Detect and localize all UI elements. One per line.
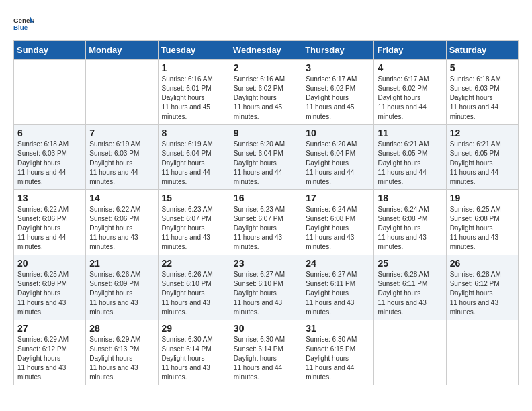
- day-info: Sunrise: 6:17 AMSunset: 6:02 PMDaylight …: [378, 75, 429, 120]
- day-number: 2: [234, 62, 298, 73]
- day-number: 14: [89, 193, 154, 203]
- calendar-cell: 19Sunrise: 6:25 AMSunset: 6:08 PMDayligh…: [446, 190, 518, 255]
- calendar-cell: 31Sunrise: 6:30 AMSunset: 6:15 PMDayligh…: [302, 320, 374, 385]
- calendar-cell: 17Sunrise: 6:24 AMSunset: 6:08 PMDayligh…: [302, 190, 374, 255]
- calendar-header-row: SundayMondayTuesdayWednesdayThursdayFrid…: [14, 41, 519, 60]
- day-info: Sunrise: 6:19 AMSunset: 6:04 PMDaylight …: [162, 140, 213, 185]
- weekday-header-wednesday: Wednesday: [230, 41, 302, 60]
- day-info: Sunrise: 6:30 AMSunset: 6:14 PMDaylight …: [234, 336, 285, 381]
- day-number: 7: [89, 128, 154, 138]
- calendar-week-row: 27Sunrise: 6:29 AMSunset: 6:12 PMDayligh…: [14, 320, 519, 385]
- day-info: Sunrise: 6:21 AMSunset: 6:05 PMDaylight …: [450, 140, 501, 185]
- calendar-cell: 25Sunrise: 6:28 AMSunset: 6:11 PMDayligh…: [374, 255, 446, 320]
- day-info: Sunrise: 6:18 AMSunset: 6:03 PMDaylight …: [17, 140, 69, 185]
- calendar-cell: 5Sunrise: 6:18 AMSunset: 6:03 PMDaylight…: [446, 60, 518, 125]
- weekday-header-thursday: Thursday: [302, 41, 374, 60]
- day-info: Sunrise: 6:26 AMSunset: 6:09 PMDaylight …: [89, 271, 140, 316]
- day-info: Sunrise: 6:24 AMSunset: 6:08 PMDaylight …: [378, 205, 429, 250]
- day-info: Sunrise: 6:29 AMSunset: 6:13 PMDaylight …: [89, 336, 140, 381]
- weekday-header-sunday: Sunday: [14, 41, 86, 60]
- weekday-header-monday: Monday: [86, 41, 158, 60]
- day-info: Sunrise: 6:30 AMSunset: 6:15 PMDaylight …: [306, 336, 357, 381]
- svg-text:Blue: Blue: [13, 24, 28, 31]
- day-info: Sunrise: 6:17 AMSunset: 6:02 PMDaylight …: [306, 75, 357, 120]
- day-number: 29: [162, 323, 226, 334]
- calendar-cell: [86, 60, 158, 125]
- day-number: 8: [162, 128, 226, 138]
- calendar-cell: 9Sunrise: 6:20 AMSunset: 6:04 PMDaylight…: [230, 125, 302, 190]
- weekday-header-saturday: Saturday: [446, 41, 518, 60]
- day-info: Sunrise: 6:25 AMSunset: 6:09 PMDaylight …: [17, 271, 69, 316]
- calendar-cell: 22Sunrise: 6:26 AMSunset: 6:10 PMDayligh…: [158, 255, 230, 320]
- day-number: 13: [17, 193, 82, 203]
- weekday-header-tuesday: Tuesday: [158, 41, 230, 60]
- calendar-week-row: 6Sunrise: 6:18 AMSunset: 6:03 PMDaylight…: [14, 125, 519, 190]
- day-info: Sunrise: 6:26 AMSunset: 6:10 PMDaylight …: [162, 271, 213, 316]
- calendar-cell: 1Sunrise: 6:16 AMSunset: 6:01 PMDaylight…: [158, 60, 230, 125]
- page-header: General Blue: [13, 13, 519, 34]
- day-number: 16: [234, 193, 298, 203]
- day-info: Sunrise: 6:24 AMSunset: 6:08 PMDaylight …: [306, 205, 357, 250]
- day-info: Sunrise: 6:16 AMSunset: 6:02 PMDaylight …: [234, 75, 285, 120]
- calendar-cell: 28Sunrise: 6:29 AMSunset: 6:13 PMDayligh…: [86, 320, 158, 385]
- day-info: Sunrise: 6:20 AMSunset: 6:04 PMDaylight …: [306, 140, 357, 185]
- day-info: Sunrise: 6:22 AMSunset: 6:06 PMDaylight …: [17, 205, 69, 250]
- day-number: 24: [306, 258, 370, 269]
- day-info: Sunrise: 6:19 AMSunset: 6:03 PMDaylight …: [89, 140, 140, 185]
- day-number: 26: [450, 258, 515, 269]
- calendar-cell: 2Sunrise: 6:16 AMSunset: 6:02 PMDaylight…: [230, 60, 302, 125]
- day-info: Sunrise: 6:23 AMSunset: 6:07 PMDaylight …: [234, 205, 285, 250]
- day-number: 19: [450, 193, 515, 203]
- day-number: 4: [378, 62, 442, 73]
- calendar-cell: 10Sunrise: 6:20 AMSunset: 6:04 PMDayligh…: [302, 125, 374, 190]
- calendar-cell: 12Sunrise: 6:21 AMSunset: 6:05 PMDayligh…: [446, 125, 518, 190]
- day-info: Sunrise: 6:22 AMSunset: 6:06 PMDaylight …: [89, 205, 140, 250]
- day-number: 21: [89, 258, 154, 269]
- calendar-cell: 16Sunrise: 6:23 AMSunset: 6:07 PMDayligh…: [230, 190, 302, 255]
- day-number: 1: [162, 62, 226, 73]
- calendar-cell: 18Sunrise: 6:24 AMSunset: 6:08 PMDayligh…: [374, 190, 446, 255]
- calendar-cell: 21Sunrise: 6:26 AMSunset: 6:09 PMDayligh…: [86, 255, 158, 320]
- day-info: Sunrise: 6:29 AMSunset: 6:12 PMDaylight …: [17, 336, 69, 381]
- calendar-cell: [14, 60, 86, 125]
- calendar-week-row: 1Sunrise: 6:16 AMSunset: 6:01 PMDaylight…: [14, 60, 519, 125]
- calendar-cell: 20Sunrise: 6:25 AMSunset: 6:09 PMDayligh…: [14, 255, 86, 320]
- day-number: 6: [17, 128, 82, 138]
- day-number: 9: [234, 128, 298, 138]
- day-info: Sunrise: 6:27 AMSunset: 6:10 PMDaylight …: [234, 271, 285, 316]
- day-number: 3: [306, 62, 370, 73]
- calendar-cell: 6Sunrise: 6:18 AMSunset: 6:03 PMDaylight…: [14, 125, 86, 190]
- calendar-week-row: 20Sunrise: 6:25 AMSunset: 6:09 PMDayligh…: [14, 255, 519, 320]
- calendar-cell: 24Sunrise: 6:27 AMSunset: 6:11 PMDayligh…: [302, 255, 374, 320]
- day-info: Sunrise: 6:25 AMSunset: 6:08 PMDaylight …: [450, 205, 501, 250]
- day-number: 30: [234, 323, 298, 334]
- day-info: Sunrise: 6:16 AMSunset: 6:01 PMDaylight …: [162, 75, 213, 120]
- calendar-cell: 3Sunrise: 6:17 AMSunset: 6:02 PMDaylight…: [302, 60, 374, 125]
- day-number: 31: [306, 323, 370, 334]
- day-number: 17: [306, 193, 370, 203]
- calendar-cell: 15Sunrise: 6:23 AMSunset: 6:07 PMDayligh…: [158, 190, 230, 255]
- day-number: 18: [378, 193, 442, 203]
- calendar-cell: 23Sunrise: 6:27 AMSunset: 6:10 PMDayligh…: [230, 255, 302, 320]
- day-number: 5: [450, 62, 515, 73]
- day-info: Sunrise: 6:23 AMSunset: 6:07 PMDaylight …: [162, 205, 213, 250]
- calendar-cell: 13Sunrise: 6:22 AMSunset: 6:06 PMDayligh…: [14, 190, 86, 255]
- calendar-cell: [374, 320, 446, 385]
- calendar-cell: 27Sunrise: 6:29 AMSunset: 6:12 PMDayligh…: [14, 320, 86, 385]
- calendar-cell: [446, 320, 518, 385]
- calendar-cell: 7Sunrise: 6:19 AMSunset: 6:03 PMDaylight…: [86, 125, 158, 190]
- day-info: Sunrise: 6:27 AMSunset: 6:11 PMDaylight …: [306, 271, 357, 316]
- day-number: 12: [450, 128, 515, 138]
- calendar-week-row: 13Sunrise: 6:22 AMSunset: 6:06 PMDayligh…: [14, 190, 519, 255]
- day-number: 11: [378, 128, 442, 138]
- day-info: Sunrise: 6:28 AMSunset: 6:11 PMDaylight …: [378, 271, 429, 316]
- calendar-cell: 14Sunrise: 6:22 AMSunset: 6:06 PMDayligh…: [86, 190, 158, 255]
- calendar-cell: 4Sunrise: 6:17 AMSunset: 6:02 PMDaylight…: [374, 60, 446, 125]
- calendar-cell: 30Sunrise: 6:30 AMSunset: 6:14 PMDayligh…: [230, 320, 302, 385]
- day-info: Sunrise: 6:21 AMSunset: 6:05 PMDaylight …: [378, 140, 429, 185]
- day-number: 28: [89, 323, 154, 334]
- weekday-header-friday: Friday: [374, 41, 446, 60]
- day-number: 20: [17, 258, 82, 269]
- calendar-cell: 8Sunrise: 6:19 AMSunset: 6:04 PMDaylight…: [158, 125, 230, 190]
- calendar-cell: 26Sunrise: 6:28 AMSunset: 6:12 PMDayligh…: [446, 255, 518, 320]
